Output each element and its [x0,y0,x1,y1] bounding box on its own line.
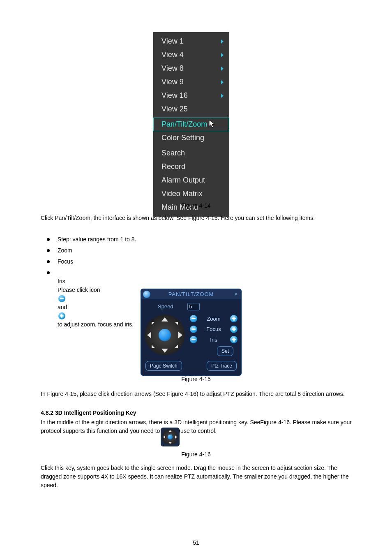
iris-label: Iris [201,336,227,344]
context-menu-item-view16[interactable]: View 16 [153,89,229,102]
context-menu: View 1 View 4 View 8 View 9 View 16 View… [153,32,229,217]
iris-plus-button[interactable] [230,336,238,343]
list-item-text: Focus [58,258,73,265]
app-icon [143,291,150,298]
list-item: Focus [46,257,354,266]
ptz-focus-row: Focus [190,325,238,333]
list-item-text: and [58,304,67,310]
speed-input[interactable]: 5 [187,303,200,310]
list-item-text: Step: value ranges from 1 to 8. [58,236,136,243]
focus-label: Focus [201,325,227,333]
arrow-downright-icon[interactable] [175,345,178,348]
speed-label: Speed [158,303,173,311]
context-menu-label: Search [161,149,185,157]
context-menu-label: Video Matrix [161,190,203,198]
context-menu-label: View 4 [161,51,184,59]
figure-caption: Figure 4-14 [0,201,392,210]
arrow-down-icon[interactable] [161,349,168,353]
chevron-right-icon [221,67,224,71]
arrow-up-icon [168,430,172,432]
arrow-right-icon[interactable] [178,332,182,338]
context-menu-label: View 25 [161,105,188,113]
context-menu-label: Record [161,162,185,171]
plus-icon [58,312,65,319]
direction-pad[interactable] [145,315,185,355]
context-menu-item-search[interactable]: Search [153,146,229,160]
context-menu-item-view25[interactable]: View 25 [153,102,229,116]
set-button[interactable]: Set [217,346,233,356]
context-menu-item-color-setting[interactable]: Color Setting [153,131,229,145]
zoom-plus-button[interactable] [230,315,238,322]
ptz-speed-row: Speed 5 [141,299,241,315]
list-item-text: Iris Please click icon [58,278,100,293]
arrow-down-icon [168,442,172,444]
ptz-title-text: PAN/TILT/ZOOM [168,290,214,298]
minus-icon [58,295,65,302]
arrow-upright-icon[interactable] [175,322,178,325]
chevron-right-icon [221,94,224,98]
figure-caption: Figure 4-16 [0,450,392,459]
paragraph: Click this key, system goes back to the … [41,464,353,490]
paragraph: Click Pan/Tilt/Zoom, the interface is sh… [41,214,353,222]
focus-minus-button[interactable] [190,326,197,333]
ptz-iris-row: Iris [190,336,238,344]
context-menu-item-view9[interactable]: View 9 [153,75,229,89]
arrow-up-icon[interactable] [161,317,168,321]
close-icon[interactable]: × [235,291,238,297]
list-item: Zoom [46,246,354,255]
mini-direction-pad: SIT [161,428,180,446]
context-menu-item-alarm-output[interactable]: Alarm Output [153,173,229,187]
context-menu-label: Pan/Tilt/Zoom [161,120,207,128]
figure-caption: Figure 4-15 [0,375,392,384]
context-menu-label: View 1 [161,37,184,45]
arrow-upleft-icon[interactable] [152,322,155,325]
zoom-minus-button[interactable] [190,315,197,322]
chevron-right-icon [221,80,224,84]
page-number: 51 [0,539,392,547]
dpad-center-button[interactable] [159,329,171,341]
context-menu-item-record[interactable]: Record [153,160,229,173]
section-heading: 4.8.2 3D Intelligent Positioning Key [41,409,136,417]
paragraph: In the middle of the eight direction arr… [41,418,353,435]
zoom-label: Zoom [201,315,227,323]
focus-plus-button[interactable] [230,326,238,333]
ptz-panel: PAN/TILT/ZOOM × Speed 5 Zoom Focus [141,289,242,376]
list-item-text: Zoom [58,247,72,254]
context-menu-label: Color Setting [161,134,204,142]
arrow-downleft-icon[interactable] [152,345,155,348]
paragraph: In Figure 4-15, please click direction a… [41,390,353,398]
chevron-right-icon [221,39,224,44]
context-menu-label: View 16 [161,91,188,99]
context-menu-item-ptz[interactable]: Pan/Tilt/Zoom [153,118,229,131]
context-menu-label: Alarm Output [161,176,205,184]
context-menu-item-view8[interactable]: View 8 [153,62,229,75]
context-menu-label: View 9 [161,78,184,86]
context-menu-label: View 8 [161,64,184,72]
context-menu-item-view4[interactable]: View 4 [153,48,229,62]
iris-minus-button[interactable] [190,336,197,343]
arrow-left-icon[interactable] [147,332,151,338]
list-item-text: to adjust zoom, focus and iris. [58,321,134,328]
dpad-center-label: SIT [162,434,178,437]
ptz-zoom-row: Zoom [190,315,238,323]
context-menu-item-view1[interactable]: View 1 [153,35,229,48]
ptz-trace-button[interactable]: Ptz Trace [207,361,237,371]
context-menu-item-video-matrix[interactable]: Video Matrix [153,187,229,201]
list-item: Step: value ranges from 1 to 8. [46,235,354,244]
chevron-right-icon [221,53,224,57]
page-switch-button[interactable]: Page Switch [145,361,182,371]
ptz-titlebar: PAN/TILT/ZOOM × [141,289,241,299]
